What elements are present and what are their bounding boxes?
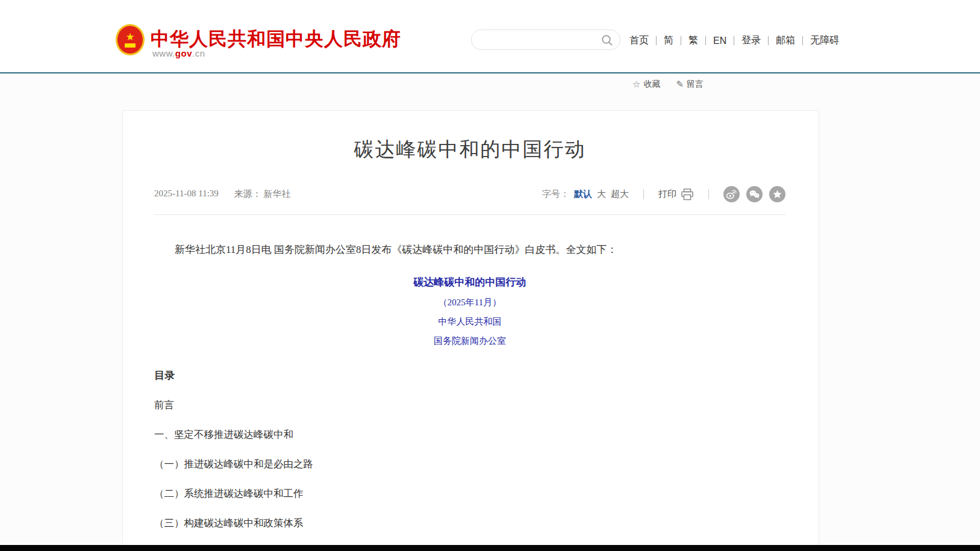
font-size-xlarge[interactable]: 超大 [611, 188, 629, 200]
print-label: 打印 [658, 188, 676, 200]
url-cn: .cn [192, 48, 205, 58]
lead-paragraph: 新华社北京11月8日电 国务院新闻办公室8日发布《碳达峰碳中和的中国行动》白皮书… [154, 241, 785, 258]
article-card: 碳达峰碳中和的中国行动 2025-11-08 11:39 来源： 新华社 字号：… [122, 110, 819, 551]
article-meta-row: 2025-11-08 11:39 来源： 新华社 字号： 默认 大 超大 打印 [154, 186, 785, 215]
font-size-default[interactable]: 默认 [574, 188, 592, 200]
message-label: 留言 [687, 79, 704, 90]
doc-issuer-line1: 中华人民共和国 [154, 316, 785, 328]
search-box [471, 30, 620, 50]
toc-heading: 目录 [154, 369, 785, 382]
nav-accessibility[interactable]: 无障碍 [810, 34, 839, 47]
nav-separator [802, 36, 803, 45]
favorite-button[interactable]: ☆ 收藏 [632, 79, 660, 90]
nav-english[interactable]: EN [713, 36, 726, 46]
nav-traditional[interactable]: 繁 [688, 34, 698, 47]
nav-home[interactable]: 首页 [629, 34, 649, 47]
top-nav: 首页简繁EN登录邮箱无障碍 [629, 34, 839, 47]
search-icon[interactable] [601, 34, 614, 49]
action-bar: ☆ 收藏 ✎ 留言 [632, 79, 704, 90]
site-url: www.gov.cn [152, 48, 205, 58]
nav-separator [681, 36, 681, 45]
meta-left: 2025-11-08 11:39 来源： 新华社 [154, 188, 291, 200]
site-header: ★ 中华人民共和国中央人民政府 www.gov.cn 首页简繁EN登录邮箱无障碍 [0, 0, 980, 72]
bottom-edge-strip [0, 545, 980, 551]
font-size-label: 字号： [542, 188, 569, 200]
search-input[interactable] [472, 30, 620, 49]
header-divider-line [0, 72, 980, 73]
star-outline-icon: ☆ [632, 79, 640, 90]
nav-separator [705, 36, 706, 45]
emblem-gate-icon [125, 43, 136, 48]
article-title: 碳达峰碳中和的中国行动 [154, 136, 785, 163]
toc-item-1-3: （三）构建碳达峰碳中和政策体系 [154, 517, 785, 530]
meta-separator [643, 189, 644, 199]
nav-separator [734, 36, 734, 45]
source-label: 来源： [234, 189, 261, 199]
message-button[interactable]: ✎ 留言 [676, 79, 704, 90]
nav-separator [768, 36, 769, 45]
page: ★ 中华人民共和国中央人民政府 www.gov.cn 首页简繁EN登录邮箱无障碍… [0, 0, 980, 551]
printer-icon [681, 188, 694, 201]
weibo-share-icon[interactable] [723, 186, 740, 202]
toc-item-1: 一、坚定不移推进碳达峰碳中和 [154, 428, 785, 441]
favorite-label: 收藏 [643, 79, 660, 90]
nav-simplified[interactable]: 简 [664, 34, 673, 47]
nav-mail[interactable]: 邮箱 [776, 34, 795, 47]
emblem-star-icon: ★ [125, 32, 134, 42]
nav-separator [656, 36, 657, 45]
pencil-icon: ✎ [676, 79, 684, 90]
url-www: www. [152, 48, 175, 58]
qzone-share-icon[interactable] [769, 186, 785, 202]
source-wrap: 来源： 新华社 [234, 188, 291, 200]
source-value[interactable]: 新华社 [264, 189, 291, 199]
meta-separator [708, 189, 709, 199]
print-button[interactable]: 打印 [658, 188, 694, 201]
doc-date-line: （2025年11月） [154, 297, 785, 308]
nav-login[interactable]: 登录 [741, 34, 761, 47]
wechat-share-icon[interactable] [746, 186, 763, 202]
toc-item-1-1: （一）推进碳达峰碳中和是必由之路 [154, 458, 785, 471]
meta-right: 字号： 默认 大 超大 打印 [542, 186, 785, 202]
toc-item-1-2: （二）系统推进碳达峰碳中和工作 [154, 487, 785, 500]
national-emblem-logo: ★ [116, 24, 145, 55]
doc-issuer-line2: 国务院新闻办公室 [154, 335, 785, 347]
font-size-large[interactable]: 大 [597, 188, 606, 200]
share-icons [723, 186, 785, 202]
toc-item-preface: 前言 [154, 399, 785, 412]
publish-date: 2025-11-08 11:39 [154, 188, 219, 200]
url-gov: gov [175, 48, 192, 58]
doc-title: 碳达峰碳中和的中国行动 [154, 275, 785, 289]
article-body: 新华社北京11月8日电 国务院新闻办公室8日发布《碳达峰碳中和的中国行动》白皮书… [154, 241, 785, 551]
